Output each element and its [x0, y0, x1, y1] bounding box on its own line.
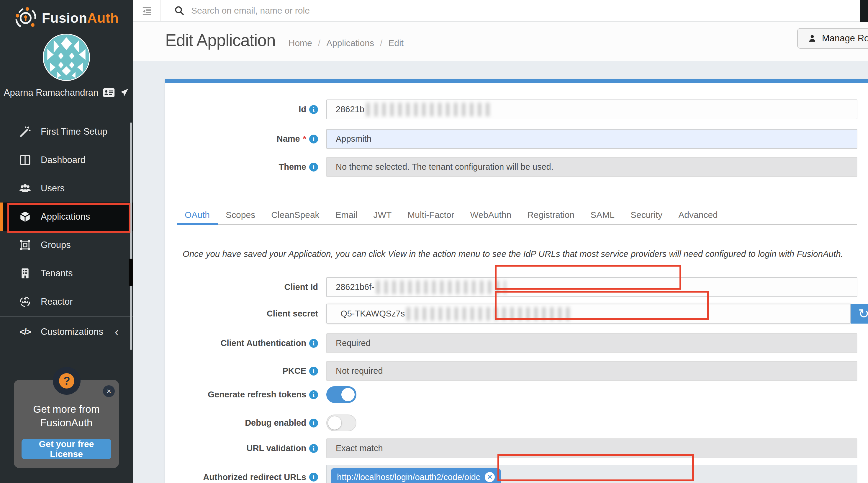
sidebar-item-users[interactable]: Users [0, 174, 133, 202]
application-tabs: OAuth Scopes CleanSpeak Email JWT Multi-… [177, 207, 857, 225]
id-input[interactable]: 28621b [326, 100, 857, 119]
field-row-id: Id 28621b [177, 100, 857, 119]
tab-saml[interactable]: SAML [582, 207, 623, 224]
dashboard-icon [18, 153, 32, 167]
authorized-redirect-urls-input[interactable]: http://localhost/login/oauth2/code/oidc [326, 465, 857, 483]
debug-enabled-toggle[interactable] [326, 415, 356, 431]
sidebar-item-applications[interactable]: Applications [0, 202, 133, 231]
oauth-note: Once you have saved your Application, yo… [183, 249, 857, 259]
users-icon [18, 181, 32, 195]
tab-jwt[interactable]: JWT [366, 207, 400, 224]
pkce-select: Not required [326, 361, 857, 381]
tab-oauth[interactable]: OAuth [177, 207, 218, 224]
field-row-theme: Theme No theme selected. The tenant conf… [177, 157, 857, 177]
sidebar-scrollbar-track[interactable] [130, 122, 132, 350]
generate-refresh-tokens-toggle[interactable] [326, 386, 356, 403]
reactor-icon [18, 295, 32, 309]
tab-webauthn[interactable]: WebAuthn [462, 207, 520, 224]
page-title: Edit Application [165, 30, 276, 50]
field-row-name: Name* Appsmith [177, 129, 857, 149]
wand-icon [18, 125, 32, 139]
promo-title: Get more from FusionAuth [14, 402, 119, 430]
tab-advanced[interactable]: Advanced [670, 207, 725, 224]
regenerate-secret-button[interactable] [850, 304, 868, 323]
search-icon [174, 5, 185, 16]
lock-logo-icon [14, 6, 37, 30]
sidebar-nav: First Time Setup Dashboard [0, 117, 133, 346]
contact-card-icon[interactable] [103, 88, 115, 97]
redacted-blur [366, 103, 490, 116]
sidebar-item-first-time-setup[interactable]: First Time Setup [0, 117, 133, 146]
info-icon[interactable] [309, 473, 318, 482]
sidebar-item-groups[interactable]: Groups [0, 231, 133, 259]
info-icon[interactable] [309, 105, 318, 114]
person-icon [808, 34, 817, 43]
sidebar-item-dashboard[interactable]: Dashboard [0, 146, 133, 174]
redacted-blur [376, 281, 506, 294]
topbar-divider [160, 0, 161, 21]
object-group-icon [18, 238, 32, 252]
help-badge: ? [53, 367, 81, 395]
logo-text: FusionAuth [42, 10, 119, 26]
info-icon[interactable] [309, 419, 318, 427]
tab-security[interactable]: Security [623, 207, 670, 224]
sidebar-item-reactor[interactable]: Reactor [0, 288, 133, 316]
field-row-generate-refresh-tokens: Generate refresh tokens [177, 386, 857, 403]
cube-icon [18, 210, 32, 224]
sidebar-divider [0, 316, 133, 317]
breadcrumb-edit: Edit [388, 38, 404, 48]
question-icon: ? [59, 373, 74, 389]
close-icon[interactable]: × [103, 385, 115, 397]
info-icon[interactable] [309, 367, 318, 375]
tab-scopes[interactable]: Scopes [218, 207, 263, 224]
breadcrumb-applications[interactable]: Applications [326, 38, 374, 48]
url-validation-select: Exact match [326, 438, 857, 458]
sidebar-item-customizations[interactable]: </> Customizations ‹ [0, 318, 133, 346]
client-id-input[interactable]: 28621b6f- [326, 277, 857, 297]
avatar[interactable] [43, 34, 90, 81]
manage-roles-button[interactable]: Manage Roles [797, 28, 868, 49]
page-header: Edit Application Home / Applications / E… [133, 22, 868, 61]
field-row-client-id: Client Id 28621b6f- [177, 277, 857, 297]
theme-select: No theme selected. The tenant configurat… [326, 157, 857, 177]
field-row-client-secret: Client secret _Q5-TKAWQSz7s [177, 304, 857, 323]
redacted-blur [407, 307, 572, 321]
edit-application-panel: Id 28621b Name* Appsmith [165, 79, 868, 483]
remove-chip-icon[interactable] [485, 472, 495, 482]
field-row-pkce: PKCE Not required [177, 361, 857, 381]
client-secret-input[interactable]: _Q5-TKAWQSz7s [326, 304, 850, 323]
tab-registration[interactable]: Registration [519, 207, 582, 224]
sidebar-toggle-icon[interactable] [141, 6, 153, 16]
user-name: Aparna Ramachandran [4, 87, 98, 98]
field-row-authorized-redirect-urls: Authorized redirect URLs http://localhos… [177, 465, 857, 483]
sidebar-scrollbar-thumb[interactable] [129, 259, 133, 286]
info-icon[interactable] [309, 163, 318, 172]
field-row-url-validation: URL validation Exact match [177, 438, 857, 458]
tab-cleanspeak[interactable]: CleanSpeak [263, 207, 327, 224]
tab-email[interactable]: Email [328, 207, 366, 224]
topbar [133, 0, 868, 22]
breadcrumb-home[interactable]: Home [288, 38, 312, 48]
building-icon [18, 266, 32, 280]
info-icon[interactable] [309, 339, 318, 348]
sidebar: FusionAuth [0, 0, 133, 483]
redirect-url-chip: http://localhost/login/oauth2/code/oidc [331, 468, 501, 483]
get-free-license-button[interactable]: Get your free License [22, 439, 111, 459]
search-input[interactable] [191, 6, 604, 16]
info-icon[interactable] [309, 444, 318, 453]
impersonate-icon[interactable] [120, 88, 129, 97]
fusionauth-logo[interactable]: FusionAuth [0, 0, 133, 30]
code-icon: </> [18, 325, 32, 339]
field-row-debug-enabled: Debug enabled [177, 415, 857, 431]
client-authentication-select: Required [326, 333, 857, 353]
sidebar-item-tenants[interactable]: Tenants [0, 259, 133, 288]
tab-multi-factor[interactable]: Multi-Factor [400, 207, 462, 224]
info-icon[interactable] [309, 135, 318, 143]
promo-card: ? × Get more from FusionAuth Get your fr… [14, 380, 119, 468]
page-scrollbar-thumb[interactable] [860, 0, 868, 22]
name-input[interactable]: Appsmith [326, 129, 857, 149]
info-icon[interactable] [309, 390, 318, 399]
breadcrumb: Home / Applications / Edit [288, 38, 404, 48]
field-row-client-authentication: Client Authentication Required [177, 333, 857, 353]
